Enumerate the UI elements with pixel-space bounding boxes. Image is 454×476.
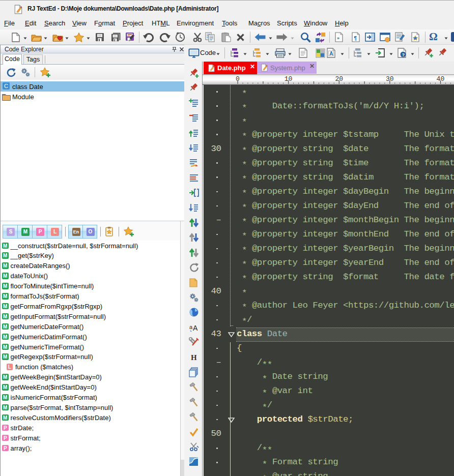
svg-text:A: A — [329, 51, 333, 56]
svg-text:a: a — [189, 324, 193, 330]
svg-text:H: H — [191, 353, 197, 362]
svg-text:A: A — [193, 324, 198, 332]
svg-text:»: » — [337, 36, 339, 41]
svg-text:¶: ¶ — [354, 36, 357, 41]
svg-text:?: ? — [402, 52, 405, 57]
